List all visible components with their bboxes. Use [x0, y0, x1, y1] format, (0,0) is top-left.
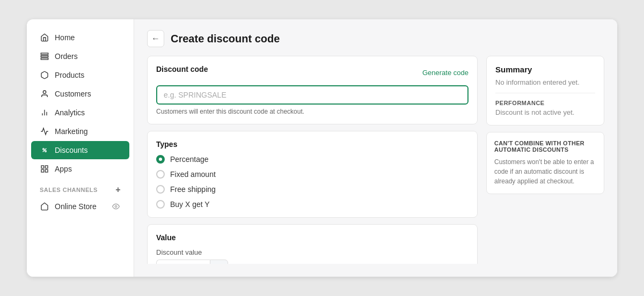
sidebar: Home Orders Products Customers Analytics	[27, 19, 134, 277]
type-percentage-label: Percentage	[170, 155, 209, 164]
sidebar-item-online-store[interactable]: Online Store	[31, 197, 129, 216]
type-buy-x-get-y[interactable]: Buy X get Y	[156, 200, 469, 209]
performance-section: PERFORMANCE Discount is not active yet.	[495, 93, 595, 116]
sidebar-item-marketing[interactable]: Marketing	[31, 122, 129, 140]
marketing-icon	[40, 127, 49, 136]
sidebar-item-orders[interactable]: Orders	[31, 47, 129, 65]
orders-icon	[40, 51, 49, 61]
left-panel: Discount code Generate code Customers wi…	[147, 56, 478, 264]
types-card: Types Percentage Fixed amount Free sh	[147, 131, 478, 218]
products-icon	[40, 70, 49, 80]
sidebar-item-marketing-label: Marketing	[55, 127, 87, 136]
sidebar-item-analytics-label: Analytics	[55, 108, 85, 117]
value-section-label: Value	[156, 233, 469, 242]
discount-value-label: Discount value	[156, 248, 469, 256]
svg-rect-0	[41, 53, 48, 55]
generate-code-link[interactable]: Generate code	[422, 69, 469, 77]
page-title: Create discount code	[171, 33, 280, 45]
svg-rect-13	[45, 169, 48, 172]
radio-percentage-icon	[156, 155, 165, 164]
main-content: ← Create discount code Discount code Gen…	[134, 19, 617, 277]
summary-title: Summary	[495, 65, 595, 74]
value-suffix: %	[210, 260, 228, 264]
home-icon	[40, 33, 49, 42]
svg-rect-10	[41, 166, 44, 168]
add-sales-channel-button[interactable]: +	[115, 185, 121, 195]
back-arrow-icon: ←	[151, 34, 160, 43]
discount-code-header: Discount code Generate code	[156, 65, 469, 80]
discount-code-card: Discount code Generate code Customers wi…	[147, 56, 478, 124]
summary-card: Summary No information entered yet. PERF…	[486, 56, 604, 125]
type-fixed-amount-label: Fixed amount	[170, 170, 216, 179]
performance-title: PERFORMANCE	[495, 100, 595, 106]
discount-code-input[interactable]	[156, 85, 469, 105]
discount-value-input[interactable]	[156, 260, 210, 264]
value-card: Value Discount value %	[147, 224, 478, 264]
sidebar-item-customers-label: Customers	[55, 90, 91, 98]
sidebar-item-orders-label: Orders	[55, 52, 78, 61]
sidebar-item-home[interactable]: Home	[31, 28, 129, 47]
content-area: Discount code Generate code Customers wi…	[134, 56, 617, 277]
svg-rect-1	[41, 56, 48, 57]
performance-text: Discount is not active yet.	[495, 108, 595, 116]
radio-fixed-icon	[156, 170, 165, 179]
analytics-icon	[40, 108, 49, 117]
sidebar-item-apps[interactable]: Apps	[31, 160, 129, 178]
svg-rect-11	[45, 166, 48, 168]
right-panel: Summary No information entered yet. PERF…	[486, 56, 604, 264]
discounts-icon	[40, 145, 49, 155]
svg-point-7	[43, 149, 45, 150]
svg-rect-2	[41, 58, 48, 60]
svg-point-8	[45, 151, 47, 152]
discount-code-label: Discount code	[156, 65, 208, 73]
store-icon	[40, 202, 49, 211]
warning-card: CAN'T COMBINE WITH OTHER AUTOMATIC DISCO…	[486, 132, 604, 194]
type-buy-x-get-y-label: Buy X get Y	[170, 200, 210, 209]
svg-point-3	[43, 91, 46, 93]
warning-title: CAN'T COMBINE WITH OTHER AUTOMATIC DISCO…	[494, 140, 596, 153]
radio-bxgy-icon	[156, 200, 165, 209]
type-free-shipping[interactable]: Free shipping	[156, 185, 469, 194]
svg-line-9	[43, 149, 47, 152]
sidebar-item-apps-label: Apps	[55, 165, 72, 173]
sidebar-item-discounts-label: Discounts	[55, 146, 87, 154]
customers-icon	[40, 89, 49, 99]
apps-icon	[40, 164, 49, 174]
svg-rect-12	[41, 169, 44, 172]
online-store-label: Online Store	[55, 202, 97, 211]
type-percentage[interactable]: Percentage	[156, 155, 469, 164]
sidebar-item-customers[interactable]: Customers	[31, 85, 129, 103]
sidebar-item-products-label: Products	[55, 71, 84, 79]
value-input-wrap: %	[156, 260, 221, 264]
sales-channels-section: SALES CHANNELS +	[27, 179, 134, 197]
warning-text: Customers won't be able to enter a code …	[494, 157, 596, 186]
types-label: Types	[156, 140, 469, 149]
sidebar-item-home-label: Home	[55, 33, 75, 42]
sidebar-item-discounts[interactable]: Discounts	[31, 141, 129, 159]
type-fixed-amount[interactable]: Fixed amount	[156, 170, 469, 179]
type-free-shipping-label: Free shipping	[170, 185, 216, 194]
svg-point-14	[115, 205, 117, 208]
eye-icon	[111, 202, 121, 211]
back-button[interactable]: ←	[147, 30, 164, 47]
page-header: ← Create discount code	[134, 19, 617, 56]
radio-shipping-icon	[156, 185, 165, 194]
types-list: Percentage Fixed amount Free shipping	[156, 155, 469, 209]
sidebar-item-analytics[interactable]: Analytics	[31, 103, 129, 122]
discount-code-hint: Customers will enter this discount code …	[156, 108, 469, 115]
summary-empty-text: No information entered yet.	[495, 78, 595, 86]
sidebar-item-products[interactable]: Products	[31, 66, 129, 84]
